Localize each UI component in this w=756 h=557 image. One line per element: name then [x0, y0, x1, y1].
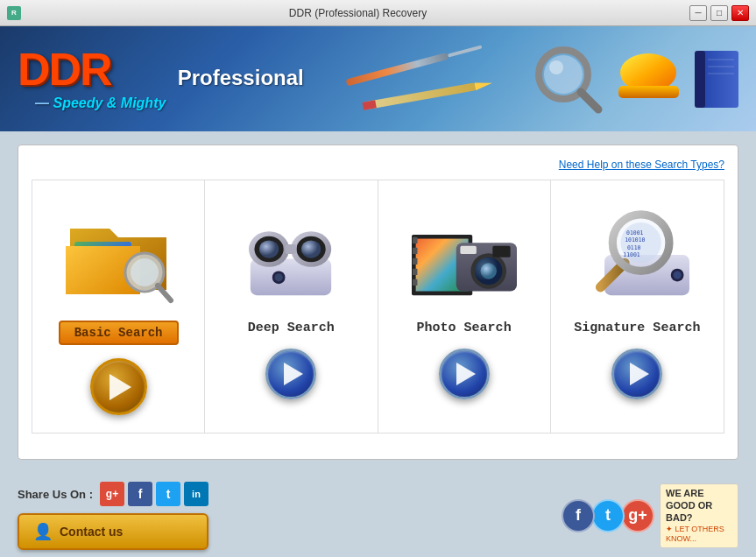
rating-facebook-button[interactable]: f	[562, 499, 595, 532]
svg-point-19	[131, 258, 159, 286]
svg-rect-42	[492, 246, 510, 257]
signature-search-icon-area: 01001 101010 0110 11001	[571, 198, 703, 312]
svg-point-6	[544, 55, 583, 94]
svg-point-46	[674, 271, 682, 278]
signature-search-label: Signature Search	[574, 321, 700, 335]
folder-icon	[61, 202, 175, 307]
rating-twitter-button[interactable]: t	[591, 499, 625, 532]
contact-icon: 👤	[33, 522, 53, 541]
content-box: Need Help on these Search Types?	[18, 145, 738, 460]
svg-point-41	[480, 263, 496, 278]
search-grid: Basic Search	[32, 180, 724, 434]
svg-rect-33	[413, 237, 418, 243]
play-triangle-icon	[456, 363, 476, 385]
share-linkedin-button[interactable]: in	[184, 482, 208, 506]
svg-rect-43	[460, 246, 476, 254]
svg-rect-0	[345, 53, 449, 87]
basic-search-play-button[interactable]	[90, 358, 147, 415]
svg-text:101010: 101010	[625, 236, 646, 243]
svg-rect-30	[286, 244, 297, 254]
brand-tagline: Speedy & Mighty	[35, 95, 304, 111]
svg-rect-35	[413, 258, 418, 264]
titlebar-icon: R	[7, 6, 21, 20]
share-section: Share Us On : g+ f t in	[18, 482, 208, 506]
svg-point-7	[549, 60, 563, 74]
svg-rect-34	[413, 248, 418, 254]
help-link[interactable]: Need Help on these Search Types?	[32, 159, 724, 171]
camera-icon	[412, 207, 517, 303]
maximize-button[interactable]: □	[710, 5, 728, 21]
header: DDR Professional Speedy & Mighty	[0, 26, 756, 131]
basic-search-label: Basic Search	[59, 321, 179, 345]
deep-search-play-button[interactable]	[265, 349, 316, 399]
rating-good-bad-text: WE ARE GOOD OR BAD?	[666, 487, 732, 525]
titlebar-title: DDR (Professional) Recovery	[26, 7, 689, 19]
titlebar: R DDR (Professional) Recovery ─ □ ✕	[0, 0, 756, 26]
logo: DDR Professional Speedy & Mighty	[18, 46, 304, 111]
rating-widget: f t g+ WE ARE GOOD OR BAD? ✦ LET OTHERS …	[562, 483, 738, 548]
play-triangle-icon	[630, 363, 649, 385]
helmet-icon	[616, 51, 682, 108]
titlebar-controls: ─ □ ✕	[689, 5, 749, 21]
photo-search-item[interactable]: Photo Search	[378, 180, 551, 433]
magnifier-drive-icon: 01001 101010 0110 11001	[584, 207, 689, 303]
deep-search-icon-area	[225, 198, 357, 312]
svg-text:0110: 0110	[627, 244, 641, 251]
brand-ddr: DDR	[18, 46, 111, 92]
photo-search-icon-area	[399, 198, 530, 312]
photo-search-play-button[interactable]	[439, 349, 490, 399]
svg-marker-3	[474, 80, 492, 90]
deep-search-label: Deep Search	[248, 321, 335, 335]
binoculars-icon	[238, 207, 343, 303]
svg-text:01001: 01001	[626, 229, 644, 236]
share-icons: g+ f t in	[100, 482, 208, 506]
svg-rect-12	[695, 51, 705, 108]
svg-rect-1	[448, 45, 483, 57]
main-content: Need Help on these Search Types?	[0, 131, 756, 473]
notebook-icon	[695, 51, 738, 108]
svg-point-26	[259, 240, 279, 257]
svg-point-23	[275, 273, 283, 281]
contact-label: Contact us	[60, 525, 123, 539]
header-decoration	[344, 35, 738, 123]
share-label: Share Us On :	[18, 488, 93, 501]
play-triangle-icon	[110, 374, 131, 400]
play-triangle-icon	[284, 363, 303, 385]
signature-search-play-button[interactable]	[611, 349, 662, 399]
rating-cta-text[interactable]: ✦ LET OTHERS KNOW...	[666, 525, 732, 545]
brand-professional: Professional	[178, 66, 304, 90]
svg-point-29	[301, 240, 321, 257]
share-facebook-button[interactable]: f	[128, 482, 152, 506]
svg-rect-10	[618, 86, 679, 98]
share-google-button[interactable]: g+	[100, 482, 124, 506]
svg-rect-36	[413, 269, 418, 275]
deep-search-item[interactable]: Deep Search	[205, 180, 378, 433]
rating-label: WE ARE GOOD OR BAD? ✦ LET OTHERS KNOW...	[660, 483, 738, 548]
contact-us-button[interactable]: 👤 Contact us	[18, 513, 208, 550]
minimize-button[interactable]: ─	[689, 5, 707, 21]
magnifier-header-icon	[533, 44, 603, 114]
signature-search-item[interactable]: 01001 101010 0110 11001	[551, 180, 724, 433]
share-twitter-button[interactable]: t	[156, 482, 180, 506]
tools-decoration	[344, 35, 519, 123]
svg-text:11001: 11001	[624, 251, 641, 258]
svg-rect-4	[362, 100, 376, 109]
photo-search-label: Photo Search	[417, 321, 512, 335]
svg-line-8	[581, 92, 598, 109]
rating-google-button[interactable]: g+	[621, 499, 654, 532]
basic-search-icon-area	[53, 198, 184, 312]
basic-search-item[interactable]: Basic Search	[32, 180, 205, 433]
svg-rect-37	[413, 279, 418, 286]
footer: Share Us On : g+ f t in 👤 Contact us f t…	[0, 473, 756, 557]
close-button[interactable]: ✕	[731, 5, 749, 21]
